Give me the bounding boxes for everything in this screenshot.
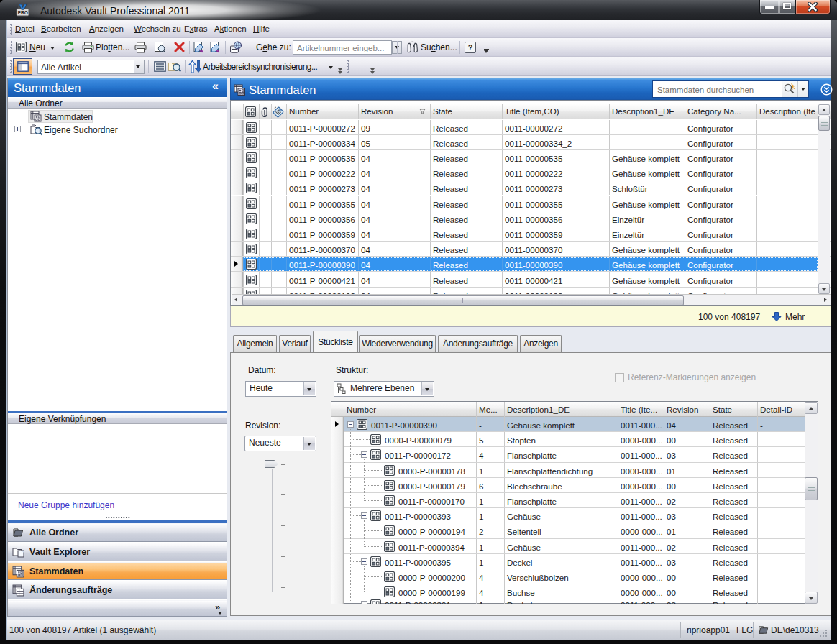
svg-text:PRO: PRO [18, 10, 28, 15]
